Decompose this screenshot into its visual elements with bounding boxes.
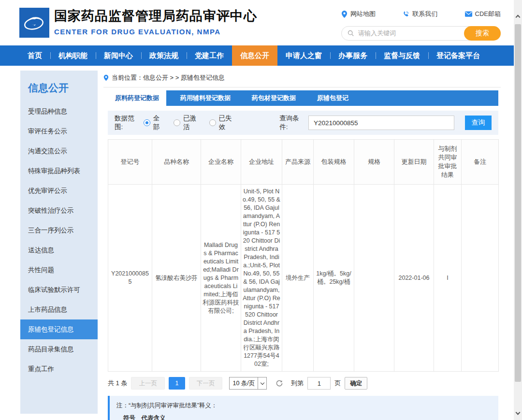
chevron-down-icon (261, 380, 264, 384)
nav-item-services[interactable]: 办事服务 (330, 45, 376, 66)
query-button[interactable]: 查询 (465, 116, 492, 130)
mailbox-label: CDE邮箱 (475, 10, 501, 18)
col-update-date: 更新日期 (394, 140, 434, 185)
pagination: 共 1 条 上一页 1 下一页 10 条/页 到第 页 确定 (108, 377, 498, 390)
sidebar-item-common-issues[interactable]: 共性问题 (20, 260, 98, 280)
sidebar-item-key-work[interactable]: 重点工作 (20, 359, 98, 379)
quick-links: 网站地图 联系我们 CDE邮箱 (341, 10, 501, 18)
scrollbar-thumb[interactable] (515, 24, 521, 382)
radio-expired-label: 已失效 (219, 114, 233, 131)
scroll-down-icon[interactable] (516, 410, 521, 415)
tab-excipient-data[interactable]: 药用辅料登记数据 (173, 90, 238, 106)
nav-item-functions[interactable]: 机构职能 (50, 45, 96, 66)
radio-expired[interactable]: 已失效 (209, 114, 233, 131)
site-search[interactable]: 请输入关键词 搜索 (341, 26, 501, 41)
nav-item-registration-platform[interactable]: 登记备案平台 (428, 45, 488, 66)
query-label: 查询条件: (279, 114, 304, 131)
refresh-icon[interactable] (276, 379, 283, 387)
cde-logo (19, 8, 49, 38)
page-size-select[interactable]: 10 条/页 (229, 377, 267, 390)
radio-all[interactable]: 全部 (144, 114, 162, 131)
sidebar-item-special-approval-list[interactable]: 特殊审批品种列表 (20, 161, 98, 181)
radio-expired-control[interactable] (209, 119, 216, 126)
table-row: Y20210000855 氢溴酸右美沙芬 Malladi Drugs & Pha… (108, 185, 499, 372)
search-icon (348, 30, 354, 37)
nav-item-news[interactable]: 新闻中心 (96, 45, 141, 66)
tab-registration[interactable]: 原辅包登记 (310, 90, 356, 106)
nav-item-home[interactable]: 首页 (19, 45, 50, 66)
scroll-up-icon[interactable] (516, 15, 521, 20)
radio-activated-control[interactable] (174, 119, 180, 126)
sidebar-item-drug-catalog[interactable]: 药品目录集信息 (20, 339, 98, 359)
confirm-button[interactable]: 确定 (345, 377, 367, 390)
sidebar-item-communication[interactable]: 沟通交流公示 (20, 141, 98, 161)
header: 国家药品监督管理局药品审评中心 CENTER FOR DRUG EVALUATI… (0, 0, 522, 45)
sidebar-item-raw-material-registration[interactable]: 原辅包登记信息 (20, 319, 98, 339)
mailbox-link[interactable]: CDE邮箱 (465, 10, 501, 18)
col-spec: 规格 (354, 140, 394, 185)
page-size-dropdown-arrow[interactable] (258, 377, 266, 389)
header-right: 网站地图 联系我们 CDE邮箱 请输入关键词 搜索 (341, 0, 501, 41)
table-header-row: 登记号 品种名称 企业名称 企业地址 产品来源 包装规格 规格 更新日期 与制剂… (108, 140, 499, 185)
query-input[interactable] (308, 116, 454, 130)
location-pin-icon (341, 11, 348, 18)
sitemap-label: 网站地图 (350, 10, 376, 18)
cell-product-name: 氢溴酸右美沙芬 (152, 185, 201, 372)
col-joint-review-result: 与制剂共同审批审批结果 (434, 140, 462, 185)
contact-link[interactable]: 联系我们 (403, 10, 437, 18)
radio-activated[interactable]: 已激活 (174, 114, 198, 131)
goto-page-input[interactable] (307, 377, 331, 390)
tab-packaging-data[interactable]: 药包材登记数据 (245, 90, 303, 106)
col-company-name: 企业名称 (201, 140, 241, 185)
mail-icon (465, 11, 472, 17)
sidebar-item-priority-review[interactable]: 优先审评公示 (20, 181, 98, 201)
site-subtitle: CENTER FOR DRUG EVALUATION, NMPA (54, 28, 257, 36)
sidebar-item-breakthrough-therapy[interactable]: 突破性治疗公示 (20, 201, 98, 220)
legend-note: 注：“与制剂共同审评审批结果”释义： 符号 代表含义 A 已批准在上市制剂使用的… (108, 396, 498, 420)
brand: 国家药品监督管理局药品审评中心 CENTER FOR DRUG EVALUATI… (54, 7, 257, 36)
col-remarks: 备注 (462, 140, 499, 185)
sidebar-item-accepted-products[interactable]: 受理品种信息 (20, 101, 98, 121)
nav-item-supervision-feedback[interactable]: 监督与反馈 (376, 45, 428, 66)
total-count: 共 1 条 (108, 379, 127, 388)
breadcrumb: 当前位置：信息公开 > > 原辅包登记信息 (103, 71, 501, 87)
phone-icon (403, 11, 409, 17)
sidebar-item-review-tasks[interactable]: 审评任务公示 (20, 121, 98, 141)
radio-activated-label: 已激活 (183, 114, 198, 131)
vertical-scrollbar[interactable] (514, 0, 522, 420)
sidebar-item-delivery-info[interactable]: 送达信息 (20, 240, 98, 260)
search-button[interactable]: 搜索 (464, 26, 501, 41)
page-size-value: 10 条/页 (230, 377, 258, 389)
cde-logo-icon (22, 12, 46, 33)
col-company-address: 企业地址 (241, 140, 282, 185)
note-title: 注：“与制剂共同审评审批结果”释义： (116, 401, 491, 410)
filter-bar: 数据范围: 全部 已激活 已失效 查询条件: 查询 (108, 111, 498, 135)
cell-company-address: Unit-5, Plot No.49, 50, 55 & 56, IDA Gaj… (241, 185, 282, 372)
cell-spec (354, 185, 394, 372)
col-product-name: 品种名称 (152, 140, 201, 185)
radio-all-control[interactable] (144, 119, 150, 126)
sidebar-item-clinical-trial-license[interactable]: 临床试验默示许可 (20, 280, 98, 300)
current-page-button[interactable]: 1 (169, 377, 185, 390)
tab-api-data[interactable]: 原料药登记数据 (108, 90, 166, 106)
sidebar-item-marketed-drugs[interactable]: 上市药品信息 (20, 300, 98, 319)
tab-bar: 原料药登记数据 药用辅料登记数据 药包材登记数据 原辅包登记 (108, 90, 498, 106)
sitemap-link[interactable]: 网站地图 (341, 10, 376, 18)
scope-label: 数据范围: (115, 114, 139, 131)
prev-page-button[interactable]: 上一页 (131, 377, 165, 390)
cell-update-date: 2022-01-06 (394, 185, 434, 372)
cell-remarks (462, 185, 499, 372)
nav-item-applicant-window[interactable]: 申请人之窗 (277, 45, 330, 66)
page: 国家药品监督管理局药品审评中心 CENTER FOR DRUG EVALUATI… (0, 0, 522, 420)
search-placeholder: 请输入关键词 (358, 29, 396, 38)
nav-item-party-building[interactable]: 党建工作 (187, 45, 232, 66)
breadcrumb-pin-icon (103, 74, 109, 81)
radio-all-label: 全部 (153, 114, 162, 131)
nav-item-policy[interactable]: 政策法规 (141, 45, 187, 66)
cell-company-name: Malladi Drugs & Pharmaceuticals Limited;… (201, 185, 241, 372)
nav-item-info-disclosure[interactable]: 信息公开 (232, 45, 277, 66)
cell-packaging-spec: 1kg/桶。5kg/桶。25kg/桶 (314, 185, 354, 372)
next-page-button[interactable]: 下一页 (189, 377, 223, 390)
sidebar-item-three-in-one[interactable]: 三合一序列公示 (20, 220, 98, 240)
cell-registration-no: Y20210000855 (108, 185, 152, 372)
